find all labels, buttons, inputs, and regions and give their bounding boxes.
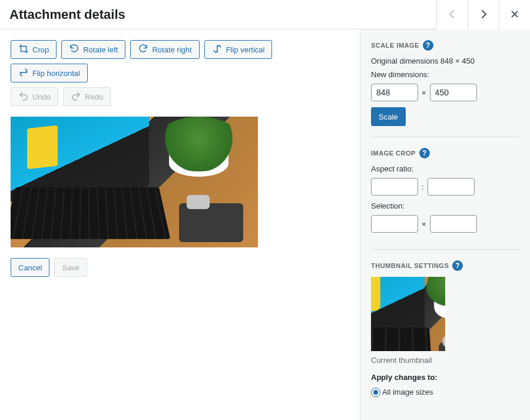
chevron-right-icon	[478, 8, 489, 22]
selection-height-input[interactable]	[430, 215, 477, 233]
chevron-left-icon	[446, 8, 458, 22]
aspect-ratio-label: Aspect ratio:	[371, 164, 519, 173]
history-toolbar: Undo Redo	[11, 87, 349, 106]
image-preview[interactable]	[11, 117, 258, 247]
crop-heading: IMAGE CROP	[371, 150, 416, 157]
crop-help-icon[interactable]: ?	[419, 148, 430, 158]
flip-horizontal-icon	[18, 67, 29, 80]
scale-width-input[interactable]	[371, 84, 418, 101]
aspect-inputs: :	[371, 178, 519, 196]
aspect-width-input[interactable]	[371, 178, 418, 196]
thumbnail-section: THUMBNAIL SETTINGS ? Current thumbnail A…	[371, 260, 519, 412]
undo-icon	[18, 91, 29, 103]
new-dimensions-label: New dimensions:	[371, 70, 519, 79]
image-placeholder	[11, 117, 258, 247]
selection-inputs: ×	[371, 215, 519, 233]
rotate-left-button[interactable]: Rotate left	[61, 40, 125, 59]
apply-changes-label: Apply changes to:	[371, 373, 519, 382]
flip-vertical-icon	[212, 44, 223, 56]
selection-width-input[interactable]	[371, 215, 418, 233]
scale-button[interactable]: Scale	[371, 107, 406, 126]
editor-main: Crop Rotate left Rotate right Flip verti…	[0, 29, 360, 420]
flip-vertical-label: Flip vertical	[226, 45, 265, 54]
crop-label: Crop	[32, 45, 49, 54]
editor-actions: Cancel Save	[11, 258, 349, 277]
scale-section: SCALE IMAGE ? Original dimensions 848 × …	[371, 40, 519, 137]
apply-all-label: All image sizes	[382, 388, 433, 396]
rotate-right-icon	[138, 44, 148, 56]
redo-icon	[71, 91, 81, 103]
dialog-header: Attachment details	[0, 0, 530, 29]
prev-button	[436, 0, 468, 29]
crop-section: IMAGE CROP ? Aspect ratio: : Selection: …	[371, 148, 519, 250]
thumbnail-preview	[371, 277, 445, 351]
flip-horizontal-label: Flip horizontal	[32, 69, 80, 78]
redo-button: Redo	[63, 87, 111, 106]
flip-vertical-button[interactable]: Flip vertical	[204, 40, 273, 59]
undo-button: Undo	[11, 87, 58, 106]
dialog-title: Attachment details	[0, 7, 125, 22]
close-button[interactable]	[499, 0, 530, 29]
rotate-right-label: Rotate right	[152, 45, 191, 54]
rotate-right-button[interactable]: Rotate right	[130, 40, 199, 59]
scale-heading: SCALE IMAGE	[371, 42, 419, 49]
undo-label: Undo	[32, 92, 51, 101]
crop-icon	[18, 44, 29, 56]
sidebar: SCALE IMAGE ? Original dimensions 848 × …	[360, 29, 530, 420]
crop-button[interactable]: Crop	[11, 40, 57, 59]
original-dimensions: Original dimensions 848 × 450	[371, 57, 519, 65]
apply-all-option[interactable]: All image sizes	[371, 388, 519, 397]
scale-help-icon[interactable]: ?	[423, 40, 433, 51]
thumbnail-heading: THUMBNAIL SETTINGS	[371, 262, 449, 269]
apply-all-radio[interactable]	[371, 388, 380, 397]
aspect-height-input[interactable]	[428, 178, 475, 196]
rotate-left-icon	[69, 44, 80, 56]
close-icon	[509, 9, 520, 21]
scale-inputs: ×	[371, 84, 519, 101]
scale-height-input[interactable]	[430, 84, 477, 101]
times-separator: ×	[422, 88, 426, 97]
cancel-button[interactable]: Cancel	[11, 258, 49, 277]
save-button: Save	[54, 258, 87, 277]
next-button[interactable]	[468, 0, 499, 29]
header-nav	[436, 0, 530, 29]
rotate-left-label: Rotate left	[83, 45, 118, 54]
selection-label: Selection:	[371, 201, 519, 210]
edit-toolbar: Crop Rotate left Rotate right Flip verti…	[11, 40, 349, 82]
thumbnail-help-icon[interactable]: ?	[452, 260, 463, 271]
redo-label: Redo	[85, 92, 103, 101]
flip-horizontal-button[interactable]: Flip horizontal	[11, 64, 88, 82]
colon-separator: :	[422, 183, 424, 191]
times-separator-2: ×	[422, 220, 426, 229]
thumbnail-caption: Current thumbnail	[371, 356, 519, 365]
